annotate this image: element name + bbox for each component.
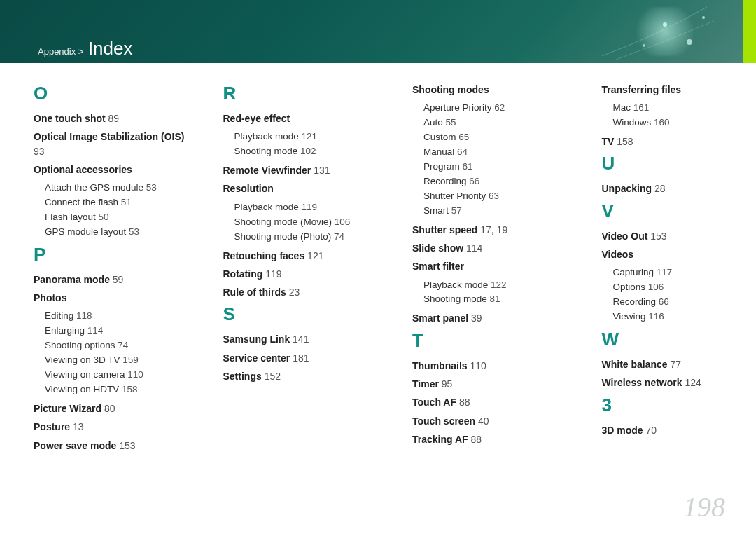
index-sub-item[interactable]: Enlarging 114 [45,324,188,338]
index-page-ref[interactable]: 119 [302,202,318,212]
index-page-ref[interactable]: 116 [648,311,664,322]
index-sub-item[interactable]: Shooting options 74 [45,338,188,353]
index-sub-item[interactable]: Auto 55 [424,116,567,130]
index-page-ref[interactable]: 80 [104,403,115,414]
index-page-ref[interactable]: 160 [654,117,670,128]
index-page-ref[interactable]: 141 [293,334,309,345]
index-page-ref[interactable]: 106 [648,282,664,292]
index-page-ref[interactable]: 114 [466,242,482,254]
index-sub-item[interactable]: Shutter Priority 63 [424,189,567,204]
index-page-ref[interactable]: 53 [146,182,157,193]
index-entry-label[interactable]: Photos [34,291,188,305]
index-entry-label[interactable]: Resolution [223,181,378,195]
index-page-ref[interactable]: 77 [671,359,682,370]
index-sub-item[interactable]: Custom 65 [424,130,567,145]
index-page-ref[interactable]: 110 [470,360,486,371]
index-page-ref[interactable]: 106 [335,217,351,227]
index-page-ref[interactable]: 117 [657,267,673,277]
index-entry-label[interactable]: White balance 77 [602,357,757,371]
index-page-ref[interactable]: 61 [463,161,473,172]
index-page-ref[interactable]: 74 [334,231,344,242]
index-entry-label[interactable]: Optical Image Stabilization (OIS) 93 [34,130,188,158]
index-sub-item[interactable]: Viewing on camera 110 [45,368,188,383]
index-page-ref[interactable]: 152 [265,371,281,382]
index-entry-label[interactable]: Samsung Link 141 [223,332,378,346]
index-entry-label[interactable]: Optional accessories [34,163,188,177]
index-entry-label[interactable]: Slide show 114 [412,241,567,255]
index-page-ref[interactable]: 102 [300,146,316,156]
index-page-ref[interactable]: 74 [118,340,128,350]
index-sub-item[interactable]: Shooting mode 81 [424,292,567,307]
index-page-ref[interactable]: 23 [289,287,300,298]
index-entry-label[interactable]: Settings 152 [223,369,378,383]
index-entry-label[interactable]: Timer 95 [412,377,567,391]
index-page-ref[interactable]: 40 [478,415,489,427]
index-entry-label[interactable]: Tracking AF 88 [412,432,567,446]
index-entry-label[interactable]: Rule of thirds 23 [223,285,378,299]
index-entry-label[interactable]: Smart filter [412,259,567,273]
index-entry-label[interactable]: Smart panel 39 [412,311,567,325]
index-entry-label[interactable]: Videos [602,247,757,261]
index-entry-label[interactable]: TV 158 [602,135,757,149]
index-page-ref[interactable]: 65 [458,132,469,142]
index-page-ref[interactable]: 124 [685,377,701,388]
index-page-ref[interactable]: 81 [490,294,500,304]
index-page-ref[interactable]: 51 [121,197,132,207]
index-entry-label[interactable]: Panorama mode 59 [34,273,188,287]
index-entry-label[interactable]: 3D mode 70 [602,423,757,437]
index-page-ref[interactable]: 89 [108,113,120,124]
index-page-ref[interactable]: 50 [99,212,109,222]
index-page-ref[interactable]: 119 [265,268,281,280]
index-page-ref[interactable]: 158 [617,136,633,147]
index-sub-item[interactable]: Options 106 [613,280,757,295]
index-entry-label[interactable]: Picture Wizard 80 [34,401,188,415]
index-page-ref[interactable]: 59 [113,274,124,285]
index-page-ref[interactable]: 122 [491,280,507,290]
index-entry-label[interactable]: Unpacking 28 [602,181,757,195]
index-sub-item[interactable]: Playback mode 119 [234,200,378,215]
index-sub-item[interactable]: Playback mode 121 [234,130,378,144]
index-sub-item[interactable]: Attach the GPS module 53 [45,181,188,195]
index-page-ref[interactable]: 88 [471,434,482,445]
index-entry-label[interactable]: Red-eye effect [223,111,378,125]
index-entry-label[interactable]: Remote Viewfinder 131 [223,163,378,177]
index-page-ref[interactable]: 158 [122,384,138,394]
index-page-ref[interactable]: 93 [34,146,45,157]
index-page-ref[interactable]: 70 [646,425,657,436]
index-sub-item[interactable]: Capturing 117 [613,266,757,280]
index-entry-label[interactable]: One touch shot 89 [34,111,188,125]
index-page-ref[interactable]: 17, 19 [480,224,507,235]
index-sub-item[interactable]: Viewing on 3D TV 159 [45,353,188,368]
index-sub-item[interactable]: Connect the flash 51 [45,195,188,210]
index-entry-label[interactable]: Rotating 119 [223,267,378,281]
index-sub-item[interactable]: Editing 118 [45,309,188,324]
index-page-ref[interactable]: 66 [469,176,479,186]
index-page-ref[interactable]: 62 [494,102,505,113]
index-entry-label[interactable]: Video Out 153 [602,229,757,243]
index-page-ref[interactable]: 110 [127,369,144,380]
index-page-ref[interactable]: 159 [122,355,139,365]
index-sub-item[interactable]: Shooting mode 102 [234,144,378,159]
index-sub-item[interactable]: Recording 66 [613,295,757,310]
index-page-ref[interactable]: 28 [654,183,666,194]
index-entry-label[interactable]: Shooting modes [412,83,567,97]
index-page-ref[interactable]: 95 [442,378,453,390]
index-entry-label[interactable]: Posture 13 [34,420,188,434]
index-page-ref[interactable]: 63 [489,191,499,201]
index-page-ref[interactable]: 88 [459,397,470,408]
index-entry-label[interactable]: Power save mode 153 [34,439,188,453]
index-page-ref[interactable]: 39 [471,312,482,324]
index-sub-item[interactable]: Smart 57 [424,204,567,219]
index-entry-label[interactable]: Retouching faces 121 [223,249,378,263]
index-entry-label[interactable]: Service center 181 [223,351,378,365]
index-page-ref[interactable]: 121 [302,131,318,142]
index-sub-item[interactable]: GPS module layout 53 [45,225,188,240]
index-page-ref[interactable]: 66 [659,296,669,307]
index-page-ref[interactable]: 118 [76,310,92,321]
index-sub-item[interactable]: Mac 161 [613,101,757,116]
index-sub-item[interactable]: Viewing 116 [613,310,757,324]
index-page-ref[interactable]: 153 [650,231,666,242]
index-sub-item[interactable]: Recording 66 [424,174,567,189]
index-page-ref[interactable]: 64 [457,146,468,157]
index-sub-item[interactable]: Aperture Priority 62 [424,101,567,116]
